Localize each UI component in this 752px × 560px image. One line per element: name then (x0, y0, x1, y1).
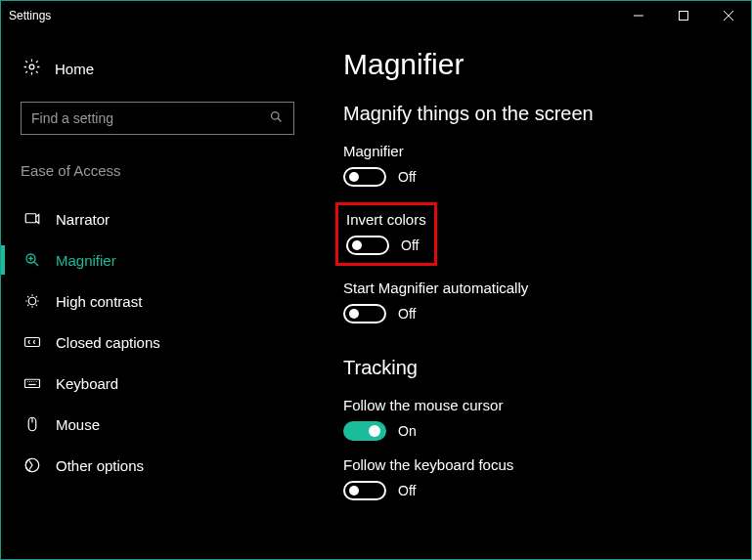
toggle-auto-start[interactable] (343, 304, 386, 323)
window-title: Settings (9, 9, 51, 22)
sidebar-item-keyboard[interactable]: Keyboard (21, 363, 294, 404)
svg-point-5 (272, 112, 280, 120)
svg-rect-14 (25, 379, 40, 387)
svg-rect-1 (680, 12, 688, 21)
nav-list: Narrator Magnifier High contrast Closed … (21, 198, 294, 486)
keyboard-icon (22, 374, 42, 392)
home-label: Home (55, 61, 94, 77)
setting-label: Invert colors (346, 211, 426, 228)
svg-point-4 (29, 65, 34, 69)
maximize-button[interactable] (661, 1, 706, 30)
setting-follow-cursor: Follow the mouse cursor On (343, 397, 731, 441)
toggle-state: Off (398, 169, 416, 185)
toggle-follow-cursor[interactable] (343, 421, 386, 441)
main-panel: Magnifier Magnify things on the screen M… (314, 30, 751, 559)
svg-line-6 (278, 118, 281, 121)
sidebar-item-narrator[interactable]: Narrator (21, 198, 294, 239)
sidebar-item-magnifier[interactable]: Magnifier (21, 239, 294, 280)
titlebar: Settings (1, 1, 751, 30)
sidebar-item-label: Other options (56, 457, 144, 474)
setting-label: Follow the keyboard focus (343, 456, 731, 473)
narrator-icon (22, 210, 42, 228)
setting-auto-start: Start Magnifier automatically Off (343, 280, 731, 323)
setting-label: Start Magnifier automatically (343, 280, 731, 296)
mouse-icon (22, 415, 42, 433)
sidebar-item-label: Narrator (56, 211, 110, 228)
sidebar: Home Ease of Access Narrator Magnifier (1, 30, 314, 559)
toggle-magnifier[interactable] (343, 167, 386, 187)
sidebar-item-other-options[interactable]: Other options (21, 445, 294, 486)
closed-captions-icon (22, 333, 42, 351)
svg-rect-13 (25, 338, 40, 347)
sidebar-item-label: High contrast (56, 293, 142, 310)
svg-point-12 (28, 297, 36, 305)
other-options-icon (22, 456, 42, 474)
search-input[interactable] (31, 110, 269, 126)
sidebar-item-closed-captions[interactable]: Closed captions (21, 322, 294, 363)
toggle-state: Off (398, 483, 416, 498)
minimize-button[interactable] (616, 1, 661, 30)
toggle-state: Off (401, 237, 419, 253)
setting-label: Follow the mouse cursor (343, 397, 731, 413)
sidebar-item-label: Magnifier (56, 252, 116, 269)
highlight-box: Invert colors Off (335, 202, 437, 266)
toggle-state: Off (398, 306, 416, 322)
search-box[interactable] (21, 102, 294, 135)
toggle-invert-colors[interactable] (346, 236, 389, 255)
section-heading-magnify: Magnify things on the screen (343, 103, 731, 125)
magnifier-icon (22, 251, 42, 269)
svg-line-11 (34, 262, 38, 266)
close-button[interactable] (706, 1, 751, 30)
setting-label: Magnifier (343, 143, 731, 159)
home-button[interactable]: Home (21, 58, 294, 80)
setting-invert-colors: Invert colors Off (346, 211, 426, 255)
page-title: Magnifier (343, 48, 731, 81)
section-heading-tracking: Tracking (343, 357, 731, 379)
setting-magnifier: Magnifier Off (343, 143, 731, 187)
sidebar-item-high-contrast[interactable]: High contrast (21, 280, 294, 322)
sidebar-item-mouse[interactable]: Mouse (21, 404, 294, 445)
sidebar-item-label: Closed captions (56, 334, 160, 351)
search-icon (269, 109, 284, 127)
sidebar-item-label: Mouse (56, 416, 100, 433)
sidebar-item-label: Keyboard (56, 375, 118, 392)
setting-follow-keyboard: Follow the keyboard focus Off (343, 456, 731, 500)
gear-icon (22, 58, 41, 80)
toggle-state: On (398, 423, 417, 439)
toggle-follow-keyboard[interactable] (343, 481, 386, 500)
category-label: Ease of Access (21, 162, 294, 179)
high-contrast-icon (22, 292, 42, 310)
svg-rect-7 (25, 214, 36, 223)
